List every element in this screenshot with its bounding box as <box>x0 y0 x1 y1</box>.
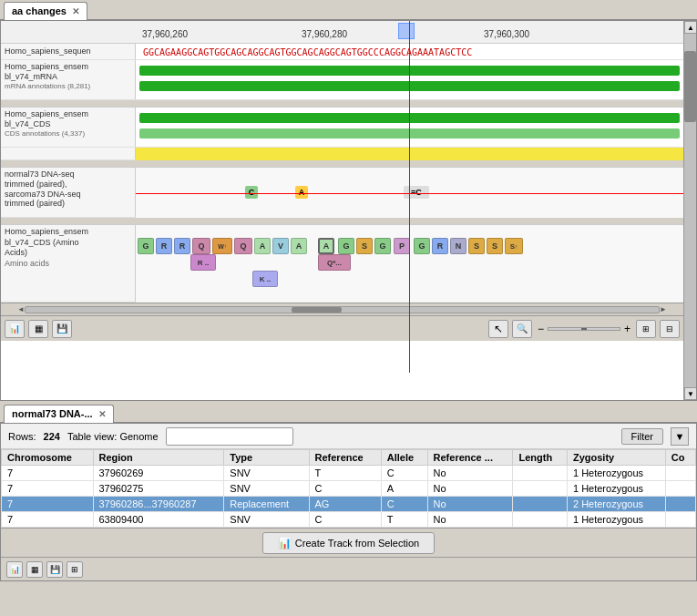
table-cell: 1 Heterozygous <box>567 512 665 528</box>
table-cell: C <box>309 481 381 497</box>
table-cell <box>513 466 567 481</box>
toolbar-grid-btn[interactable]: ▦ <box>28 320 48 338</box>
table-cell: SNV <box>224 481 309 497</box>
track-cds: Homo_sapiens_ensem bl_v74_CDS CDS annota… <box>1 108 683 148</box>
filter-arrow-btn[interactable]: ▼ <box>671 427 689 446</box>
create-track-icon: 📊 <box>278 537 292 549</box>
table-cell: 7 <box>2 481 94 497</box>
table-cell <box>665 497 695 512</box>
table-cell: C <box>381 466 427 481</box>
col-length[interactable]: Length <box>513 450 567 466</box>
ruler-area: 37,960,260 37,960,280 37,960,300 <box>1 21 683 44</box>
genome-vscrollbar[interactable]: ▲ ▼ <box>683 21 696 400</box>
data-table: Chromosome Region Type Reference Allele … <box>1 449 696 528</box>
bp-export-btn[interactable]: 💾 <box>46 561 63 578</box>
table-cell: 1 Heterozygous <box>567 466 665 481</box>
track-yellow <box>1 148 683 160</box>
table-cell: SNV <box>224 466 309 481</box>
zoom-slider[interactable] <box>548 327 620 331</box>
aa-S-3: S <box>487 238 503 254</box>
hscroll-track <box>25 306 660 313</box>
genome-toolbar: 📊 ▦ 💾 ↖ 🔍 − + ⊞ ⊟ <box>1 315 683 341</box>
table-row[interactable]: 737960275SNVCANo1 Heterozygous <box>2 481 696 497</box>
aa-V: V <box>272 238 289 254</box>
aa-R-3: R <box>432 238 448 254</box>
col-allele[interactable]: Allele <box>381 450 427 466</box>
create-track-button[interactable]: 📊 Create Track from Selection <box>262 532 435 554</box>
toolbar-fit-btn[interactable]: ⊞ <box>636 320 656 338</box>
col-co[interactable]: Co <box>665 450 695 466</box>
table-row[interactable]: 737960286...37960287ReplacementAGCNo2 He… <box>2 497 696 512</box>
vscroll-thumb[interactable] <box>684 51 696 122</box>
aa-R-variant: R .. <box>190 254 216 271</box>
bp-chart-btn[interactable]: 📊 <box>6 561 23 578</box>
tab-aa-changes-close[interactable]: ✕ <box>72 6 79 16</box>
table-cell: C <box>309 512 381 528</box>
track-mrna-label: Homo_sapiens_ensem bl_v74_mRNA mRNA anno… <box>1 60 136 99</box>
hscrollbar[interactable]: ◄ ► <box>1 303 683 315</box>
aa-G-3: G <box>374 238 391 254</box>
create-track-label: Create Track from Selection <box>295 538 419 549</box>
rows-label: Rows: <box>8 431 36 442</box>
aa-S-1: S <box>356 238 373 254</box>
zoom-minus[interactable]: − <box>536 323 546 335</box>
hscroll-thumb[interactable] <box>292 307 343 313</box>
toolbar-pointer-btn[interactable]: ↖ <box>488 320 508 338</box>
tab-normal73-dna[interactable]: normal73 DNA-... ✕ <box>4 405 114 423</box>
track-amino: Homo_sapiens_ensem bl_v74_CDS (Amino Aci… <box>1 225 683 303</box>
toolbar-nav-btn[interactable]: ⊟ <box>660 320 680 338</box>
col-type[interactable]: Type <box>224 450 309 466</box>
table-scroll[interactable]: Chromosome Region Type Reference Allele … <box>1 449 696 528</box>
bp-grid-btn[interactable]: ▦ <box>26 561 43 578</box>
top-tab-bar: aa changes ✕ <box>0 0 697 20</box>
track-amino-label: Homo_sapiens_ensem bl_v74_CDS (Amino Aci… <box>1 225 136 302</box>
bp-extra-btn[interactable]: ⊞ <box>67 561 83 578</box>
tab-normal73-close[interactable]: ✕ <box>98 409 106 419</box>
rows-count: 224 <box>44 431 60 442</box>
vscroll-up-btn[interactable]: ▲ <box>684 21 697 34</box>
table-cell: No <box>427 481 513 497</box>
vscroll-down-btn[interactable]: ▼ <box>684 387 697 400</box>
aa-R-2: R <box>174 238 190 254</box>
view-label: Table view: Genome <box>67 431 159 442</box>
dna-marker-a: A <box>295 186 308 199</box>
toolbar-zoom-btn[interactable]: 🔍 <box>512 320 532 338</box>
ruler-label-2: 37,960,280 <box>302 29 347 39</box>
aa-N: N <box>450 238 466 254</box>
aa-A-2: A <box>291 238 307 254</box>
table-cell <box>665 481 695 497</box>
toolbar-export-btn[interactable]: 💾 <box>52 320 72 338</box>
tab-aa-changes[interactable]: aa changes ✕ <box>4 2 87 20</box>
table-cell: 7 <box>2 466 94 481</box>
col-region[interactable]: Region <box>93 450 224 466</box>
filter-input[interactable] <box>166 427 293 446</box>
table-header-bar: Rows: 224 Table view: Genome Filter ▼ <box>1 424 696 449</box>
aa-K-variant: K .. <box>252 271 278 287</box>
filter-button[interactable]: Filter <box>621 428 663 445</box>
table-row[interactable]: 737960269SNVTCNo1 Heterozygous <box>2 466 696 481</box>
table-cell: T <box>381 512 427 528</box>
toolbar-chart-btn[interactable]: 📊 <box>5 320 25 338</box>
bottom-tab-bar: normal73 DNA-... ✕ <box>0 403 697 423</box>
zoom-plus[interactable]: + <box>622 323 632 335</box>
crosshair-vertical <box>409 21 410 373</box>
hscroll-right-btn[interactable]: ► <box>660 305 667 313</box>
col-zygosity[interactable]: Zygosity <box>567 450 665 466</box>
aa-Q-2: Q <box>234 238 252 254</box>
table-cell: Replacement <box>224 497 309 512</box>
ruler-label-1: 37,960,260 <box>142 29 188 39</box>
track-cds-label: Homo_sapiens_ensem bl_v74_CDS CDS annota… <box>1 108 136 147</box>
col-chromosome[interactable]: Chromosome <box>2 450 94 466</box>
table-row[interactable]: 763809400SNVCTNo1 Heterozygous <box>2 512 696 528</box>
table-cell: 37960269 <box>93 466 224 481</box>
aa-P: P <box>394 238 410 254</box>
zoom-control: − + <box>536 323 632 335</box>
aa-W: W↑ <box>212 238 232 254</box>
aa-S-4: S↑ <box>505 238 523 254</box>
col-reference2[interactable]: Reference ... <box>427 450 513 466</box>
col-reference[interactable]: Reference <box>309 450 381 466</box>
hscroll-left-btn[interactable]: ◄ <box>17 305 25 313</box>
table-cell: 63809400 <box>93 512 224 528</box>
aa-Q-1: Q <box>192 238 210 254</box>
table-cell: AG <box>309 497 381 512</box>
